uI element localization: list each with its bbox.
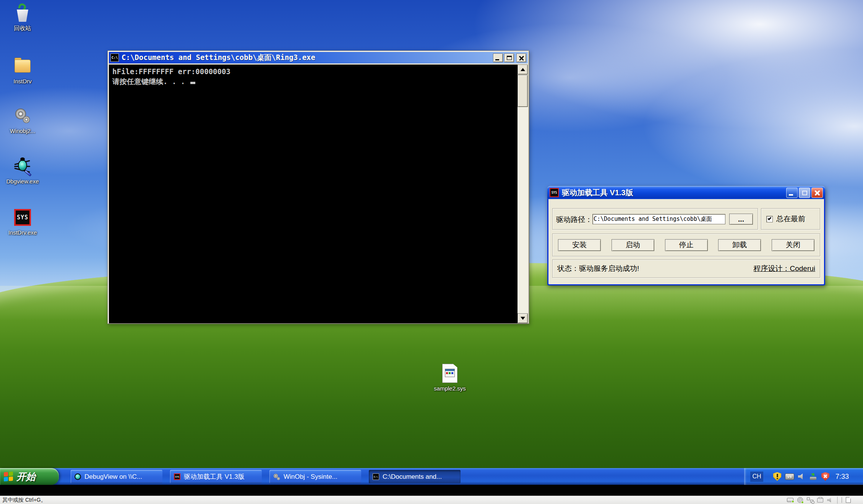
- close-icon[interactable]: [516, 53, 526, 62]
- usb-status-icon[interactable]: [837, 497, 838, 504]
- minimize-icon[interactable]: [493, 53, 503, 62]
- desktop-icon-winobj2[interactable]: Winobj2...: [2, 105, 44, 134]
- console-icon: C:\: [373, 473, 379, 480]
- status-text: 状态：驱动服务启动成功!: [557, 264, 639, 274]
- scroll-up-icon[interactable]: [517, 65, 528, 75]
- topmost-label: 总在最前: [776, 214, 805, 224]
- vmware-tray-icon[interactable]: vm: [785, 473, 794, 480]
- gears-icon: [2, 105, 44, 127]
- desktop-icon-label: InstDrv: [2, 78, 44, 84]
- driver-tool-client: 驱动路径： C:\Documents and Settings\cobb\桌面 …: [548, 199, 824, 284]
- taskbar-task-driver-tool[interactable]: SYS 驱动加载工具 V1.3版: [170, 470, 262, 483]
- system-tray: CH vm 7:33: [744, 468, 863, 485]
- maximize-icon[interactable]: [799, 188, 810, 198]
- console-scrollbar[interactable]: [517, 65, 528, 323]
- bug-icon: [2, 155, 44, 177]
- console-window-icon: C:\: [110, 53, 119, 62]
- divider: [842, 497, 842, 503]
- install-button[interactable]: 安装: [558, 239, 601, 251]
- close-icon[interactable]: [811, 188, 823, 198]
- vm-unused-area: [0, 485, 863, 496]
- driver-tool-window: SYS 驱动加载工具 V1.3版 驱动路径： C:\Documents and …: [547, 186, 825, 285]
- browse-button[interactable]: ...: [729, 214, 753, 225]
- desktop-icon-label: InstDrv.exe: [2, 229, 44, 236]
- cd-status-icon[interactable]: [797, 497, 803, 503]
- console-line: hFile:FFFFFFFF err:00000003: [112, 66, 514, 76]
- tray-clock[interactable]: 7:33: [835, 473, 849, 481]
- console-body: hFile:FFFFFFFF err:00000003 请按任意键继续. . .: [109, 65, 528, 323]
- topmost-checkbox[interactable]: [766, 216, 773, 222]
- sys-file-icon: SYS: [2, 206, 44, 229]
- start-button[interactable]: 启动: [612, 239, 654, 251]
- console-output[interactable]: hFile:FFFFFFFF err:00000003 请按任意键继续. . .: [109, 65, 517, 323]
- task-label: C:\Documents and...: [383, 473, 442, 481]
- desktop-icon-dbgview[interactable]: Dbgview.exe: [2, 155, 44, 185]
- console-window-title: C:\Documents and Settings\cobb\桌面\Ring3.…: [122, 53, 490, 63]
- bug-icon: [75, 473, 81, 480]
- message-log-icon[interactable]: [846, 497, 851, 503]
- console-titlebar[interactable]: C:\ C:\Documents and Settings\cobb\桌面\Ri…: [109, 52, 528, 63]
- taskbar-task-debugview[interactable]: DebugView on \\C...: [71, 470, 162, 483]
- scrollbar-thumb[interactable]: [517, 75, 528, 107]
- console-line: 请按任意键继续. . .: [112, 76, 514, 86]
- sys-icon: SYS: [174, 473, 180, 480]
- security-center-icon[interactable]: [773, 472, 781, 481]
- desktop-icon-recycle-bin[interactable]: 回收站: [2, 2, 44, 32]
- volume-icon[interactable]: [798, 473, 805, 480]
- desktop-icon-label: 回收站: [2, 25, 44, 32]
- taskbar-task-console[interactable]: C:\ C:\Documents and...: [369, 470, 461, 483]
- task-label: DebugView on \\C...: [84, 473, 142, 481]
- driver-tool-titlebar[interactable]: SYS 驱动加载工具 V1.3版: [547, 186, 825, 199]
- maximize-icon[interactable]: [504, 53, 514, 62]
- desktop-icon-sample2-sys[interactable]: sample2.sys: [429, 362, 471, 392]
- recycle-bin-icon: [2, 2, 44, 24]
- windows-flag-icon: [4, 472, 13, 481]
- hdd-status-icon[interactable]: [787, 498, 793, 502]
- host-status-bar: 其中或按 Ctrl+G。: [0, 496, 863, 504]
- stop-button[interactable]: 停止: [665, 239, 708, 251]
- unload-button[interactable]: 卸载: [718, 239, 761, 251]
- language-indicator[interactable]: CH: [750, 472, 763, 482]
- driver-path-label: 驱动路径：: [556, 215, 592, 225]
- sound-status-icon[interactable]: [827, 498, 833, 503]
- console-window: C:\ C:\Documents and Settings\cobb\桌面\Ri…: [107, 50, 529, 324]
- desktop-icon-instdrv-exe[interactable]: SYS InstDrv.exe: [2, 206, 44, 236]
- close-button[interactable]: 关闭: [772, 239, 814, 251]
- sys-document-icon: [429, 362, 471, 384]
- task-label: WinObj - Sysinte...: [284, 473, 337, 481]
- sys-app-icon: SYS: [550, 188, 559, 197]
- host-hint-text: 其中或按 Ctrl+G。: [2, 497, 787, 504]
- task-label: 驱动加载工具 V1.3版: [184, 472, 245, 481]
- scroll-down-icon[interactable]: [517, 313, 528, 323]
- start-label: 开始: [16, 470, 36, 483]
- author-link[interactable]: 程序设计：Coderui: [753, 264, 815, 274]
- desktop-icon-label: Dbgview.exe: [2, 178, 44, 185]
- taskbar-task-winobj[interactable]: WinObj - Sysinte...: [269, 470, 361, 483]
- console-cursor: [190, 82, 195, 84]
- minimize-icon[interactable]: [786, 188, 798, 198]
- desktop-icon-instdrv-folder[interactable]: InstDrv: [2, 55, 44, 84]
- actions-groupbox: 安装 启动 停止 卸载 关闭: [552, 233, 820, 256]
- start-button[interactable]: 开始: [0, 468, 59, 485]
- gears-icon: [273, 473, 280, 480]
- taskbar: 开始 DebugView on \\C... SYS 驱动加载工具 V1.3版 …: [0, 468, 863, 485]
- network-devices-icon[interactable]: [807, 498, 813, 502]
- checkmark-icon: [768, 216, 772, 220]
- desktop-icon-label: sample2.sys: [429, 385, 471, 392]
- driver-path-groupbox: 驱动路径： C:\Documents and Settings\cobb\桌面 …: [552, 208, 758, 230]
- network-status-icon[interactable]: [809, 473, 818, 480]
- status-groupbox: 状态：驱动服务启动成功! 程序设计：Coderui: [552, 259, 820, 278]
- folder-icon: [2, 55, 44, 77]
- printer-status-icon[interactable]: [817, 498, 823, 502]
- vm-screen: 回收站 InstDrv Winobj2... Dbgview.exe: [0, 0, 863, 504]
- security-alert-icon[interactable]: [821, 472, 829, 481]
- desktop-icon-label: Winobj2...: [2, 128, 44, 134]
- topmost-groupbox: 总在最前: [761, 208, 820, 230]
- driver-path-input[interactable]: C:\Documents and Settings\cobb\桌面: [592, 214, 725, 224]
- driver-tool-title: 驱动加载工具 V1.3版: [562, 188, 783, 198]
